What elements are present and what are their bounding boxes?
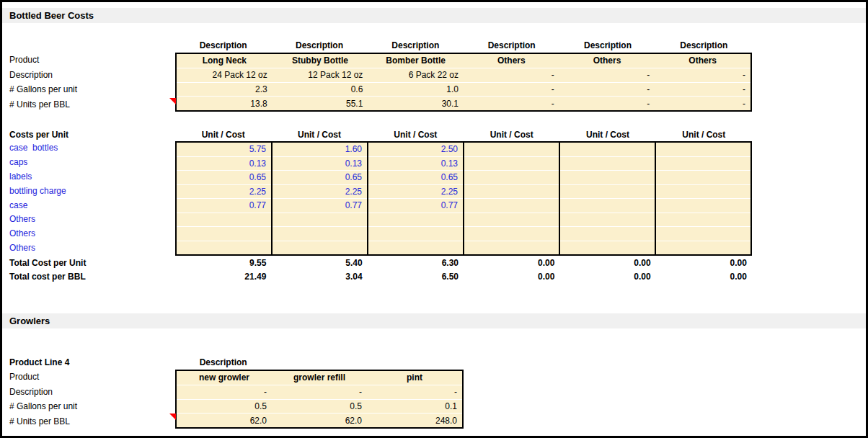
table-cell[interactable]: [273, 213, 367, 228]
table-cell[interactable]: [560, 157, 655, 171]
table-cell[interactable]: [656, 143, 750, 157]
table-cell[interactable]: [464, 227, 559, 241]
table-cell[interactable]: 0.13: [273, 157, 367, 171]
table-cell[interactable]: 55.1: [273, 97, 368, 110]
table-cell[interactable]: Stubby Bottle: [273, 54, 368, 68]
table-cell[interactable]: 2.25: [368, 185, 463, 200]
cost-item-label: labels: [9, 170, 66, 184]
table-cell[interactable]: 2.50: [368, 143, 463, 157]
table-cell[interactable]: Bomber Bottle: [368, 54, 464, 68]
table-cell[interactable]: 0.5: [272, 400, 367, 414]
table-cell[interactable]: [560, 213, 655, 228]
table-cell[interactable]: [368, 241, 463, 255]
table-cell[interactable]: 62.0: [272, 414, 367, 427]
table-cell[interactable]: [656, 213, 750, 228]
table-cell[interactable]: 0.77: [273, 199, 367, 213]
table-cell[interactable]: -: [655, 83, 750, 97]
table-cell[interactable]: -: [177, 385, 272, 399]
table-cell[interactable]: -: [464, 68, 559, 82]
total-cost-per-unit-row: Total Cost per Unit 9.55 5.40 6.30 0.00 …: [2, 256, 752, 270]
table-cell[interactable]: [177, 241, 271, 255]
table-cell[interactable]: new growler: [177, 371, 272, 385]
table-cell[interactable]: 0.65: [368, 171, 463, 185]
table-cell[interactable]: 13.8: [177, 97, 273, 110]
table-cell[interactable]: [368, 227, 463, 241]
table-cell[interactable]: [656, 185, 750, 200]
table-cell[interactable]: 0.6: [273, 83, 368, 97]
table-cell[interactable]: -: [464, 97, 559, 110]
table-cell[interactable]: 0.5: [177, 400, 272, 414]
row-label-units: # Units per BBL: [9, 414, 77, 429]
table-cell[interactable]: -: [272, 385, 367, 399]
table-cell[interactable]: [464, 171, 559, 185]
table-cell[interactable]: [464, 143, 559, 157]
table-cell[interactable]: -: [559, 68, 655, 82]
table-cell[interactable]: [656, 227, 750, 241]
table-cell[interactable]: 62.0: [177, 414, 272, 427]
table-cell[interactable]: [656, 171, 750, 185]
total-cell: 0.00: [464, 272, 559, 282]
total-cell: 3.04: [271, 272, 367, 282]
comment-indicator-icon[interactable]: [169, 98, 176, 104]
product-line-4-title: Product Line 4: [9, 357, 69, 368]
table-cell[interactable]: [177, 213, 271, 228]
table-cell[interactable]: 6 Pack 22 oz: [368, 68, 464, 82]
table-cell[interactable]: 30.1: [368, 97, 464, 110]
table-cell[interactable]: -: [464, 83, 559, 97]
table-cell[interactable]: 2.25: [177, 185, 271, 200]
table-cell[interactable]: 1.60: [273, 143, 367, 157]
table-cell[interactable]: -: [655, 68, 750, 82]
table-cell[interactable]: [560, 227, 655, 241]
table-cell[interactable]: [560, 185, 655, 200]
table-cell[interactable]: 24 Pack 12 oz: [177, 68, 273, 82]
table-cell[interactable]: [560, 143, 655, 157]
table-cell[interactable]: Others: [655, 54, 750, 68]
table-cell[interactable]: [464, 213, 559, 228]
table-cell[interactable]: [464, 241, 559, 255]
table-cell[interactable]: 5.75: [177, 143, 271, 157]
cost-item-label: Others: [9, 213, 66, 227]
table-cell[interactable]: 0.77: [177, 199, 271, 213]
table-cell[interactable]: growler refill: [272, 371, 367, 385]
table-cell[interactable]: [560, 241, 655, 255]
cost-item-label: Others: [9, 241, 66, 256]
table-cell[interactable]: 1.0: [368, 83, 464, 97]
total-cell: 0.00: [656, 272, 752, 282]
table-cell[interactable]: Long Neck: [177, 54, 273, 68]
total-cell: 5.40: [271, 258, 367, 268]
table-cell[interactable]: [656, 157, 750, 171]
table-cell[interactable]: 0.65: [273, 171, 367, 185]
table-cell[interactable]: [560, 171, 655, 185]
table-cell[interactable]: 0.1: [367, 400, 462, 414]
table-cell[interactable]: Others: [559, 54, 655, 68]
table-cell[interactable]: 0.77: [368, 199, 463, 213]
table-cell[interactable]: 2.25: [273, 185, 367, 200]
table-cell[interactable]: [656, 241, 750, 255]
table-cell[interactable]: -: [559, 97, 655, 110]
table-cell[interactable]: 248.0: [367, 414, 462, 427]
table-cell[interactable]: 0.65: [177, 171, 271, 185]
table-cell[interactable]: 12 Pack 12 oz: [273, 68, 368, 82]
table-cell[interactable]: 2.3: [177, 83, 273, 97]
table-cell[interactable]: -: [367, 385, 462, 399]
cost-item-label: bottling charge: [9, 184, 66, 199]
table-cell[interactable]: [464, 199, 559, 213]
table-cell[interactable]: [368, 213, 463, 228]
table-cell[interactable]: -: [655, 97, 750, 110]
table-cell[interactable]: [656, 199, 750, 213]
section-header-bottled-beer-costs: Bottled Beer Costs: [2, 8, 866, 23]
table-cell[interactable]: [464, 157, 559, 171]
table-cell[interactable]: [273, 241, 367, 255]
table-cell[interactable]: [464, 185, 559, 200]
column-header: Description: [464, 40, 559, 51]
table-cell[interactable]: pint: [367, 371, 462, 385]
table-cell[interactable]: 0.13: [177, 157, 271, 171]
table-cell[interactable]: -: [559, 83, 655, 97]
table-cell[interactable]: [177, 227, 271, 241]
table-cell[interactable]: 0.13: [368, 157, 463, 171]
cost-item-label: case bottles: [9, 141, 66, 156]
row-label-product: Product: [9, 53, 77, 68]
table-cell[interactable]: Others: [464, 54, 559, 68]
table-cell[interactable]: [560, 199, 655, 213]
table-cell[interactable]: [273, 227, 367, 241]
